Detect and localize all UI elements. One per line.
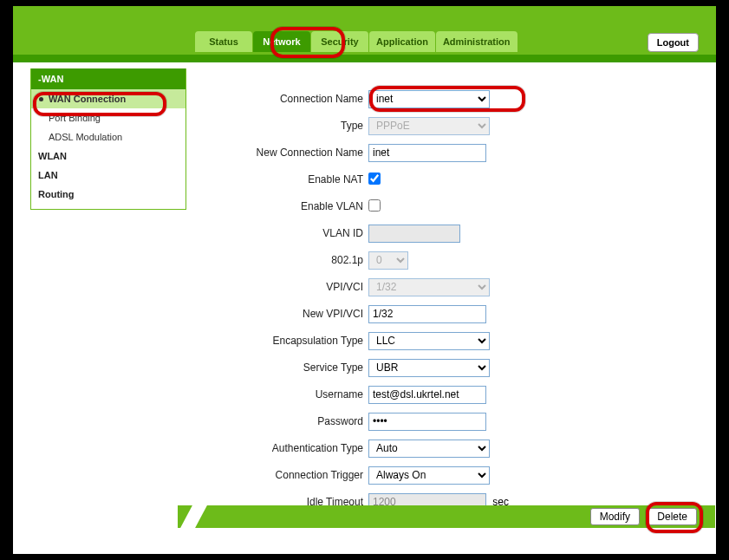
modify-button[interactable]: Modify: [590, 508, 640, 525]
sidebar: -WAN WAN Connection Port Binding ADSL Mo…: [30, 68, 186, 210]
username-input[interactable]: [368, 386, 486, 404]
label-vpi-vci: VPI/VCI: [212, 281, 368, 293]
sidebar-item-wan-connection[interactable]: WAN Connection: [31, 89, 186, 108]
header-bar: Status Network Security Application Admi…: [13, 6, 716, 55]
service-type-select[interactable]: UBR: [368, 359, 490, 377]
label-auth-type: Authentication Type: [212, 442, 368, 454]
logout-button[interactable]: Logout: [648, 33, 699, 52]
sidebar-item-lan[interactable]: LAN: [31, 166, 186, 185]
label-username: Username: [212, 388, 368, 400]
footer-bar: Modify Delete: [13, 505, 716, 528]
password-input[interactable]: [368, 413, 486, 431]
label-encapsulation-type: Encapsulation Type: [212, 335, 368, 347]
label-connection-name: Connection Name: [212, 93, 368, 105]
tab-application[interactable]: Application: [369, 31, 435, 52]
label-type: Type: [212, 120, 368, 132]
tab-security[interactable]: Security: [311, 31, 368, 52]
8021p-select: 0: [368, 251, 408, 270]
auth-type-select[interactable]: Auto: [368, 440, 490, 458]
sidebar-section-wan[interactable]: -WAN: [31, 68, 186, 89]
sidebar-item-adsl-modulation[interactable]: ADSL Modulation: [31, 127, 186, 147]
sidebar-item-wlan[interactable]: WLAN: [31, 147, 186, 166]
enable-nat-checkbox[interactable]: [368, 173, 381, 185]
enable-vlan-checkbox[interactable]: [368, 199, 381, 212]
wan-connection-form: Connection Name inet Type PPPoE New Conn…: [212, 88, 689, 518]
connection-name-select[interactable]: inet: [368, 90, 490, 108]
tab-administration[interactable]: Administration: [436, 31, 517, 52]
label-password: Password: [212, 415, 368, 427]
label-service-type: Service Type: [212, 361, 368, 374]
label-enable-vlan: Enable VLAN: [212, 200, 368, 212]
vpi-vci-select: 1/32: [368, 278, 490, 296]
type-select: PPPoE: [368, 117, 490, 135]
tab-network[interactable]: Network: [253, 31, 310, 52]
tab-status[interactable]: Status: [195, 31, 252, 52]
vlan-id-input: [368, 225, 460, 243]
label-new-vpi-vci: New VPI/VCI: [212, 308, 368, 320]
main-nav: Status Network Security Application Admi…: [195, 31, 517, 52]
label-connection-trigger: Connection Trigger: [212, 469, 368, 481]
encapsulation-type-select[interactable]: LLC: [368, 332, 490, 350]
label-enable-nat: Enable NAT: [212, 173, 368, 186]
label-8021p: 802.1p: [212, 254, 368, 266]
connection-trigger-select[interactable]: Always On: [368, 466, 490, 485]
sidebar-item-port-binding[interactable]: Port Binding: [31, 108, 186, 127]
header-strip: [13, 55, 716, 62]
new-vpi-vci-input[interactable]: [368, 305, 486, 323]
sidebar-item-routing[interactable]: Routing: [31, 185, 186, 204]
label-vlan-id: VLAN ID: [212, 227, 368, 239]
label-new-connection-name: New Connection Name: [212, 147, 368, 159]
new-connection-name-input[interactable]: [368, 144, 486, 162]
delete-button[interactable]: Delete: [648, 508, 697, 525]
